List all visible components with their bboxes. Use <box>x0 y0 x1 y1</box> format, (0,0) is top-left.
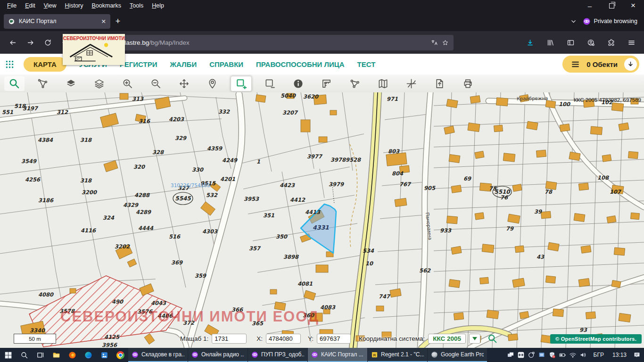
map-statusbar: Мащаб 1: X: Y: Координатна система: ККС … <box>180 334 497 344</box>
chrome-taskbar-icon[interactable] <box>112 348 128 362</box>
taskbar-window-button[interactable]: Складове в гра... <box>128 348 188 362</box>
y-input[interactable] <box>317 334 351 344</box>
building <box>496 98 508 106</box>
tool-share-button[interactable] <box>345 76 365 91</box>
crs-value[interactable]: ККС 2005 <box>428 334 466 344</box>
parcel-label: 516 <box>169 233 181 240</box>
taskbar-window-button[interactable]: RRegent 2.1 - "C... <box>368 348 427 362</box>
menu-help[interactable]: Help <box>148 2 168 9</box>
x-label: X: <box>256 335 263 342</box>
crs-dropdown-button[interactable] <box>469 334 480 344</box>
new-tab-button[interactable]: + <box>110 16 125 26</box>
tray-clock[interactable]: 13:13 <box>609 352 630 358</box>
task-view-taskbar-icon[interactable] <box>32 348 48 362</box>
parcel-label: 79 <box>506 225 514 232</box>
selected-parcel-label: 4331 <box>313 224 329 231</box>
tool-layers-filled-button[interactable] <box>61 76 81 91</box>
tray-language[interactable]: БГР <box>590 352 607 358</box>
tool-coordinates-button[interactable] <box>401 76 421 91</box>
tool-measure-button[interactable] <box>316 76 337 91</box>
nav-item-test[interactable]: ТЕСТ <box>357 60 376 68</box>
map-viewport[interactable]: 4331 31351831975513123164203362050403323… <box>0 92 644 348</box>
taskbar-window-button[interactable]: ПУП ПРЗ_одоб... <box>248 348 307 362</box>
tab-kais-portal[interactable]: КАИС Портал ✕ <box>4 14 110 29</box>
objects-menu-icon <box>571 60 580 69</box>
reload-icon[interactable] <box>40 35 56 50</box>
start-taskbar-icon[interactable] <box>0 348 16 362</box>
back-icon[interactable] <box>5 35 21 50</box>
menu-edit[interactable]: Edit <box>21 2 40 9</box>
objects-pill[interactable]: 0 Обекти <box>562 56 639 73</box>
minimize-button[interactable]: – <box>579 0 601 11</box>
tool-print-button[interactable] <box>458 76 478 91</box>
list-tabs-chevron-icon[interactable] <box>570 18 577 25</box>
nav-item-karta[interactable]: КАРТА <box>24 57 66 72</box>
tab-close-icon[interactable]: ✕ <box>101 18 106 25</box>
coordinate-search-icon[interactable] <box>487 334 497 344</box>
tool-select-area-add-button[interactable] <box>231 76 252 91</box>
map-attribution[interactable]: © OpenStreetMap contributors. <box>550 334 642 344</box>
library-icon[interactable] <box>542 35 558 50</box>
teamviewer-tray-icon[interactable] <box>516 350 526 360</box>
nav-item-registri[interactable]: РЕГИСТРИ <box>120 60 157 68</box>
tool-layers-button[interactable] <box>89 76 109 91</box>
downloads-icon[interactable] <box>522 35 538 50</box>
search-taskbar-icon[interactable] <box>16 348 32 362</box>
menu-history[interactable]: History <box>61 2 88 9</box>
extensions-icon[interactable] <box>603 35 619 50</box>
menu-bookmarks[interactable]: Bookmarks <box>88 2 126 9</box>
menu-view[interactable]: View <box>40 2 61 9</box>
apps-grid-icon[interactable] <box>5 59 15 69</box>
action-center-icon[interactable] <box>632 350 642 360</box>
battery-tray-icon[interactable] <box>557 350 568 360</box>
forward-icon[interactable] <box>22 35 38 50</box>
realtor-logo-title: СЕВЕРОИЗТОЧНИ ИМОТИ <box>63 35 124 41</box>
cadastral-map[interactable]: 4331 31351831975513123164203362050403323… <box>0 92 644 348</box>
mail-taskbar-icon[interactable] <box>96 348 112 362</box>
parcel-label: 10 <box>365 260 374 267</box>
menu-tools[interactable]: Tools <box>125 2 148 9</box>
menu-file[interactable]: File <box>3 2 21 9</box>
tool-trace-button[interactable] <box>33 76 53 91</box>
url-bar[interactable]: kais.cadastre.bg/bg/Map/Index <box>76 35 454 50</box>
tool-location-button[interactable] <box>202 76 223 91</box>
building <box>536 150 546 157</box>
taskbar-window-button[interactable]: КАИС Портал ... <box>308 348 367 362</box>
edge-taskbar-icon[interactable] <box>80 348 96 362</box>
defender-alert-tray-icon[interactable] <box>547 350 557 360</box>
tool-search-button[interactable] <box>4 76 25 91</box>
x-input[interactable] <box>266 334 301 344</box>
tool-select-area-remove-button[interactable] <box>260 76 280 91</box>
translate-icon[interactable] <box>431 39 438 46</box>
taskbar-window-button[interactable]: Онлайн радио ... <box>188 348 248 362</box>
tool-map-button[interactable] <box>373 76 393 91</box>
parcel-label: 3898 <box>283 254 299 260</box>
windows-overlap-tray-icon[interactable] <box>505 350 516 360</box>
file-explorer-taskbar-icon[interactable] <box>48 348 64 362</box>
wifi-tray-icon[interactable] <box>568 350 578 360</box>
tool-info-button[interactable] <box>288 76 308 91</box>
parcel-label: 562 <box>419 267 431 274</box>
display-tray-icon[interactable] <box>537 350 547 360</box>
tool-zoom-out-button[interactable] <box>146 76 166 91</box>
close-button[interactable]: × <box>622 0 644 11</box>
account-icon[interactable] <box>583 35 599 50</box>
meet-cast-tray-icon[interactable] <box>526 350 537 360</box>
sidebar-icon[interactable] <box>562 35 578 50</box>
nav-item-spravki[interactable]: СПРАВКИ <box>209 60 243 68</box>
nav-item-zhalbi[interactable]: ЖАЛБИ <box>170 60 197 68</box>
restore-button[interactable] <box>601 0 622 11</box>
nav-item-pravosposobni-lica[interactable]: ПРАВОСПОСОБНИ ЛИЦА <box>256 60 345 68</box>
building <box>451 246 462 254</box>
objects-download-button[interactable] <box>624 58 637 71</box>
scale-input[interactable] <box>212 334 247 344</box>
url-text[interactable]: kais.cadastre.bg/bg/Map/Index <box>103 39 427 46</box>
tool-export-button[interactable] <box>429 76 450 91</box>
volume-tray-icon[interactable] <box>578 350 588 360</box>
tool-pan-button[interactable] <box>174 76 194 91</box>
bookmark-star-icon[interactable] <box>442 39 449 46</box>
taskbar-window-button[interactable]: Google Earth Pro <box>428 348 487 362</box>
app-menu-icon[interactable] <box>623 35 639 50</box>
firefox-taskbar-icon[interactable] <box>64 348 80 362</box>
tool-zoom-in-button[interactable] <box>117 76 138 91</box>
